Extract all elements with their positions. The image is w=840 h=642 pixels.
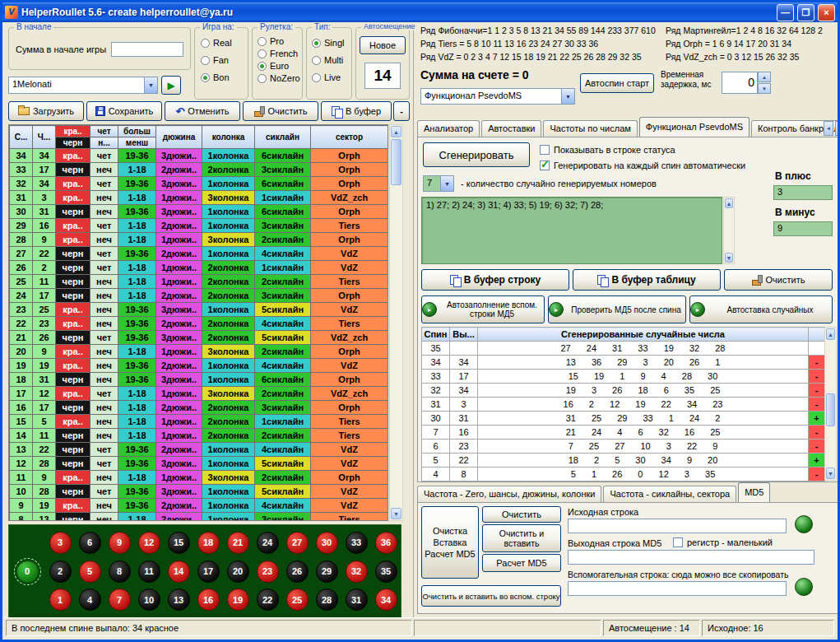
scroll-up-icon[interactable]: ▲ xyxy=(725,198,733,208)
roulette-number-15[interactable]: 15 xyxy=(168,532,190,554)
radio-option-bon[interactable]: Bon xyxy=(201,72,232,82)
md5-source-go-button[interactable] xyxy=(795,515,813,533)
auto-generate-checkbox[interactable] xyxy=(540,160,550,170)
status-line-checkbox-row[interactable]: Показывать в строке статуса xyxy=(540,145,675,155)
delay-input[interactable]: 0 xyxy=(722,72,758,94)
register-checkbox[interactable] xyxy=(673,537,683,547)
play-button[interactable]: ▶ xyxy=(161,76,181,95)
roulette-number-24[interactable]: 24 xyxy=(257,532,279,554)
bottom-tab-md5[interactable]: MD5 xyxy=(738,482,770,502)
toolbar-save-button[interactable]: Сохранить xyxy=(86,101,162,121)
radio-option-french[interactable]: French xyxy=(258,49,300,58)
radio-option-fan[interactable]: Fan xyxy=(201,55,232,65)
roulette-number-13[interactable]: 13 xyxy=(168,588,190,611)
tab-частоты-по-числам[interactable]: Частоты по числам xyxy=(543,120,637,137)
md5-big-button[interactable]: Очистка Вставка Расчет MD5 xyxy=(421,506,479,579)
scroll-thumb[interactable] xyxy=(391,139,401,185)
scroll-thumb[interactable] xyxy=(826,393,835,426)
function-combo[interactable]: Функционал PsevdoMS ▼ xyxy=(420,88,575,105)
roulette-number-17[interactable]: 17 xyxy=(197,561,220,583)
autobet-random-button[interactable]: ▸Автоставка случайных xyxy=(689,295,833,323)
textarea-scrollbar[interactable]: ▲ ▼ xyxy=(723,197,735,264)
md5-clear-paste-button[interactable]: Очистить и вставить xyxy=(482,524,561,552)
roulette-number-27[interactable]: 27 xyxy=(286,532,309,554)
toolbar-clear-button[interactable]: Очистить xyxy=(243,101,318,121)
roulette-number-10[interactable]: 10 xyxy=(138,588,160,611)
toolbar-load-button[interactable]: Загрузить xyxy=(8,101,84,121)
roulette-number-35[interactable]: 35 xyxy=(375,561,397,583)
roulette-number-5[interactable]: 5 xyxy=(79,561,101,583)
roulette-number-14[interactable]: 14 xyxy=(168,561,190,583)
roulette-number-0[interactable]: 0 xyxy=(16,561,39,583)
radio-option-live[interactable]: Live xyxy=(312,72,344,82)
start-sum-input[interactable] xyxy=(111,42,183,57)
minus-button[interactable]: - xyxy=(393,101,410,121)
roulette-number-16[interactable]: 16 xyxy=(197,588,220,611)
roulette-number-36[interactable]: 36 xyxy=(375,532,397,554)
register-checkbox-row[interactable]: регистр - маленький xyxy=(673,537,773,547)
scroll-down-icon[interactable]: ▼ xyxy=(391,508,401,519)
roulette-number-4[interactable]: 4 xyxy=(79,588,101,611)
roulette-number-6[interactable]: 6 xyxy=(79,532,101,554)
roulette-number-2[interactable]: 2 xyxy=(49,561,72,583)
scroll-up-icon[interactable]: ▲ xyxy=(391,126,401,137)
roulette-number-7[interactable]: 7 xyxy=(109,588,131,611)
scroll-down-icon[interactable]: ▼ xyxy=(826,468,835,479)
buffer-table-button[interactable]: В буфер таблицу xyxy=(573,269,721,291)
status-line-checkbox[interactable] xyxy=(540,145,550,155)
roulette-number-29[interactable]: 29 xyxy=(316,561,338,583)
buffer-row-button[interactable]: В буфер строку xyxy=(421,269,569,291)
md5-clear-paste-aux-button[interactable]: Очистить и вставить во вспом. строку xyxy=(421,585,561,607)
radio-option-pro[interactable]: Pro xyxy=(258,36,300,46)
roulette-number-34[interactable]: 34 xyxy=(375,588,397,611)
spins-scrollbar[interactable]: ▲ ▼ xyxy=(824,327,837,481)
count-combo[interactable]: 7 ▼ xyxy=(423,175,454,192)
roulette-number-22[interactable]: 22 xyxy=(257,588,279,611)
md5-source-input[interactable] xyxy=(568,519,787,533)
tab-анализатор[interactable]: Анализатор xyxy=(417,120,480,137)
tab-scroll-right-icon[interactable]: ► xyxy=(835,121,840,136)
clear-generated-button[interactable]: Очистить xyxy=(724,269,833,291)
tab-автоставки[interactable]: Автоставки xyxy=(481,120,541,137)
md5-calc-button[interactable]: Расчет MD5 xyxy=(482,554,561,572)
radio-option-euro[interactable]: Euro xyxy=(258,61,300,71)
roulette-number-26[interactable]: 26 xyxy=(286,561,309,583)
toolbar-buffer-button[interactable]: В буфер xyxy=(321,101,392,121)
radio-option-multi[interactable]: Multi xyxy=(312,55,344,65)
minimize-button[interactable]: — xyxy=(777,4,794,21)
tab-функционал-psevdoms[interactable]: Функционал PsevdoMS xyxy=(639,117,750,137)
close-button[interactable]: × xyxy=(818,4,835,21)
roulette-number-31[interactable]: 31 xyxy=(346,588,368,611)
roulette-number-12[interactable]: 12 xyxy=(138,532,160,554)
auto-generate-checkbox-row[interactable]: Генерировать на каждый спин автоматическ… xyxy=(540,160,745,170)
roulette-number-3[interactable]: 3 xyxy=(49,532,72,554)
bottom-tab-частота-сиклайны-сектора[interactable]: Частота - сиклайны, сектора xyxy=(603,486,736,502)
roulette-number-23[interactable]: 23 xyxy=(257,561,279,583)
md5-aux-go-button[interactable] xyxy=(795,578,813,596)
roulette-number-18[interactable]: 18 xyxy=(197,532,220,554)
roulette-number-1[interactable]: 1 xyxy=(49,588,72,611)
roulette-number-28[interactable]: 28 xyxy=(316,588,338,611)
roulette-number-19[interactable]: 19 xyxy=(227,588,249,611)
roulette-number-30[interactable]: 30 xyxy=(316,532,338,554)
roulette-number-33[interactable]: 33 xyxy=(346,532,368,554)
new-autoshift-button[interactable]: Новое xyxy=(360,36,406,54)
scroll-down-icon[interactable]: ▼ xyxy=(725,253,733,263)
autofill-md5-button[interactable]: ▸Автозаполнение вспом. строки МД5 xyxy=(421,295,545,323)
history-scrollbar[interactable]: ▲ ▼ xyxy=(389,124,403,521)
check-md5-button[interactable]: ▸Проверить МД5 после спина xyxy=(548,295,686,323)
toolbar-undo-button[interactable]: ↶Отменить xyxy=(165,101,240,121)
delay-spin-down-icon[interactable]: ▼ xyxy=(758,83,771,94)
bottom-tab-частота-zero-шансы-дюжины-колонки[interactable]: Частота - Zero, шансы, дюжины, колонки xyxy=(417,486,601,502)
radio-option-real[interactable]: Real xyxy=(201,38,232,48)
roulette-number-8[interactable]: 8 xyxy=(109,561,131,583)
roulette-number-11[interactable]: 11 xyxy=(138,561,160,583)
md5-aux-input[interactable] xyxy=(568,581,787,596)
roulette-number-20[interactable]: 20 xyxy=(227,561,249,583)
roulette-number-32[interactable]: 32 xyxy=(346,561,368,583)
tab-scroll-left-icon[interactable]: ◄ xyxy=(824,121,833,136)
radio-option-singl[interactable]: Singl xyxy=(312,38,344,48)
generated-numbers-textarea[interactable]: 1) 27; 2) 24; 3) 31; 4) 33; 5) 19; 6) 32… xyxy=(421,197,722,264)
roulette-number-9[interactable]: 9 xyxy=(109,532,131,554)
preset-combo[interactable]: 1Melonati ▼ xyxy=(8,77,158,94)
